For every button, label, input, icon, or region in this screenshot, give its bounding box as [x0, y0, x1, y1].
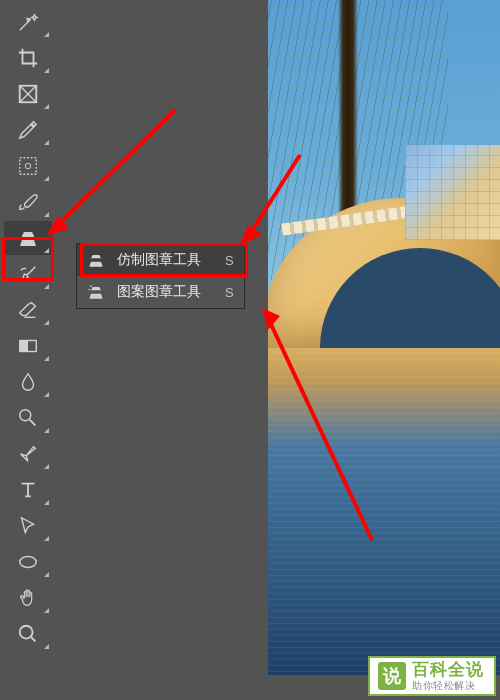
watermark-title: 百科全说 [412, 661, 484, 680]
tool-gradient[interactable] [4, 329, 52, 363]
pattern-stamp-icon [85, 281, 107, 303]
svg-point-9 [89, 289, 91, 291]
svg-rect-4 [20, 341, 28, 352]
tool-eyedropper[interactable] [4, 113, 52, 147]
tool-brush[interactable] [4, 185, 52, 219]
water-reflection [268, 348, 500, 675]
menu-item-shortcut: S [225, 253, 234, 268]
tool-path-select[interactable] [4, 509, 52, 543]
tool-zoom[interactable] [4, 617, 52, 651]
tool-magic-wand[interactable] [4, 5, 52, 39]
canvas[interactable] [268, 0, 500, 675]
svg-point-7 [20, 626, 33, 639]
tool-spot-heal[interactable] [4, 149, 52, 183]
svg-point-6 [20, 557, 37, 568]
menu-pattern-stamp[interactable]: 图案图章工具 S [77, 276, 244, 308]
clone-stamp-icon [85, 249, 107, 271]
tool-clone-stamp[interactable] [4, 221, 52, 255]
pixelated-region [405, 145, 500, 240]
tool-hand[interactable] [4, 581, 52, 615]
tool-dodge[interactable] [4, 401, 52, 435]
watermark-logo: 说 [378, 662, 406, 690]
stamp-tool-flyout: 仿制图章工具 S 图案图章工具 S [76, 243, 245, 309]
tool-pen[interactable] [4, 437, 52, 471]
tool-blur[interactable] [4, 365, 52, 399]
tool-crop[interactable] [4, 41, 52, 75]
tool-eraser[interactable] [4, 293, 52, 327]
svg-point-5 [20, 410, 31, 421]
menu-item-shortcut: S [225, 285, 234, 300]
svg-point-8 [90, 285, 92, 287]
tool-frame[interactable] [4, 77, 52, 111]
tool-text[interactable] [4, 473, 52, 507]
menu-item-label: 仿制图章工具 [117, 251, 201, 269]
tool-history-brush[interactable] [4, 257, 52, 291]
svg-marker-11 [240, 225, 262, 245]
watermark-subtitle: 助你轻松解决 [412, 680, 484, 691]
menu-item-label: 图案图章工具 [117, 283, 201, 301]
watermark: 说 百科全说 助你轻松解决 [368, 656, 496, 696]
tools-panel [0, 0, 58, 700]
svg-point-2 [25, 163, 31, 169]
menu-clone-stamp[interactable]: 仿制图章工具 S [77, 244, 244, 276]
svg-rect-1 [20, 158, 37, 175]
tool-ellipse[interactable] [4, 545, 52, 579]
